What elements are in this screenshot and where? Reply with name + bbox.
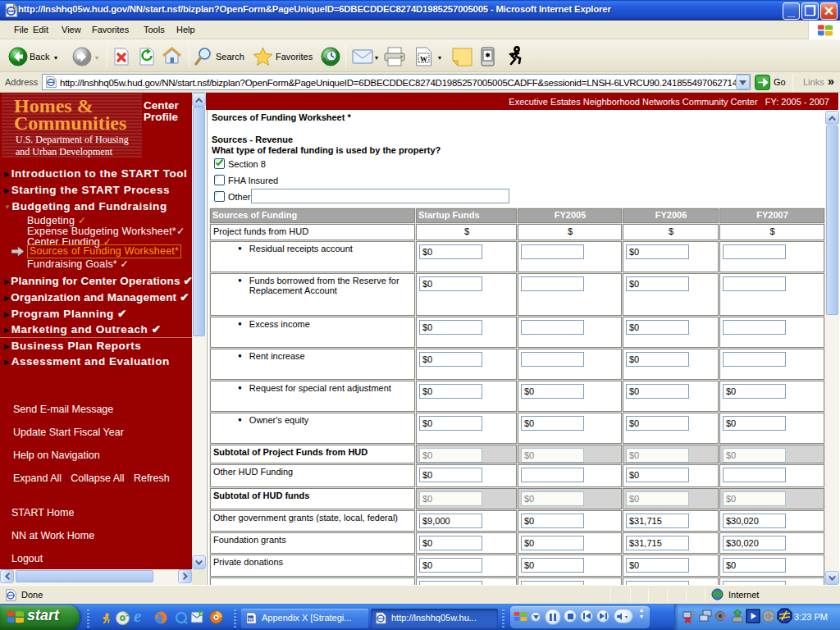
svg-text:✱: ✱: [485, 52, 491, 59]
svg-text:W: W: [420, 55, 427, 63]
svg-text:W: W: [248, 616, 253, 622]
